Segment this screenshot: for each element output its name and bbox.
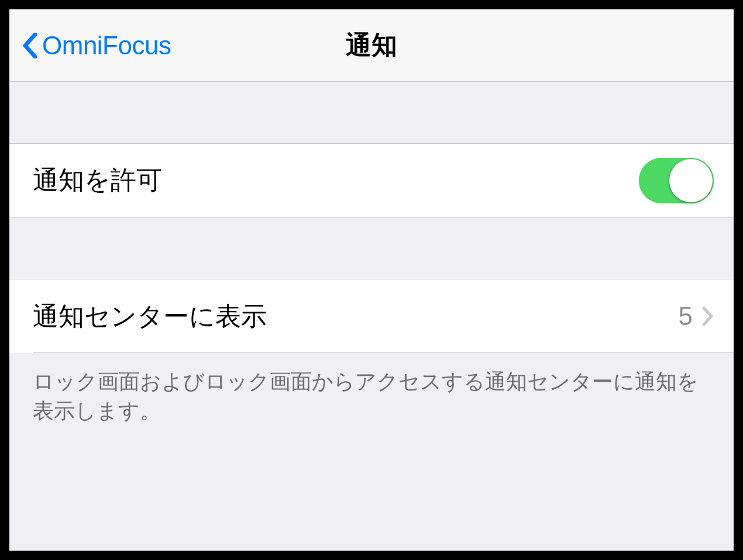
device-frame: OmniFocus 通知 通知を許可 通知センターに表示 5 ロック画面およびロ…: [0, 0, 743, 560]
page-title: 通知: [346, 28, 397, 63]
allow-notifications-label: 通知を許可: [33, 163, 162, 198]
settings-screen: OmniFocus 通知 通知を許可 通知センターに表示 5 ロック画面およびロ…: [9, 9, 734, 551]
chevron-left-icon: [22, 33, 37, 58]
notification-center-label: 通知センターに表示: [33, 299, 267, 334]
allow-notifications-row: 通知を許可: [9, 144, 734, 217]
switch-knob: [669, 159, 713, 202]
back-button-label: OmniFocus: [42, 31, 171, 60]
allow-notifications-switch[interactable]: [639, 158, 714, 203]
section-gap: [9, 217, 734, 279]
notification-center-value: 5: [679, 302, 693, 331]
back-button[interactable]: OmniFocus: [9, 31, 171, 60]
notification-center-row[interactable]: 通知センターに表示 5: [9, 279, 734, 353]
navigation-bar: OmniFocus 通知: [9, 9, 734, 82]
section-footer-text: ロック画面およびロック画面からアクセスする通知センターに通知を表示します。: [9, 353, 734, 440]
chevron-right-icon: [702, 306, 714, 326]
cell-accessory: 5: [679, 302, 714, 331]
section-gap: [9, 82, 734, 144]
